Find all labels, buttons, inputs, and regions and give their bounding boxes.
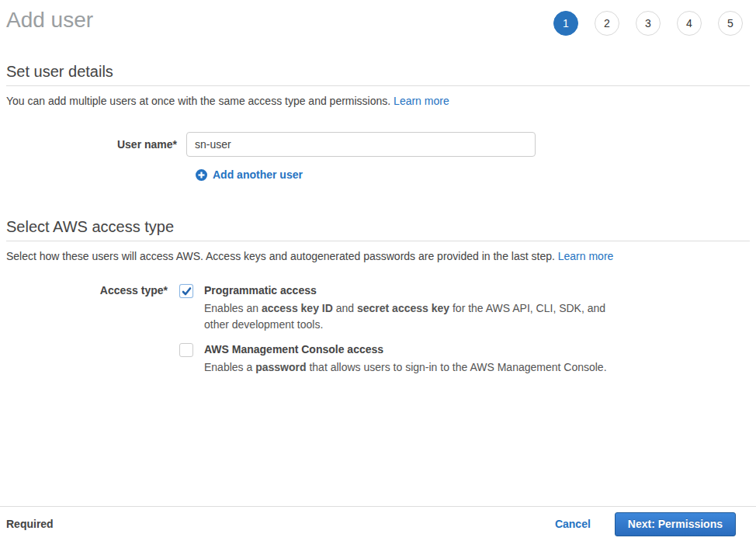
page-title: Add user bbox=[6, 8, 93, 33]
desc-bold: secret access key bbox=[357, 302, 449, 314]
page-header: Add user 1 2 3 4 5 bbox=[6, 0, 750, 36]
desc-text: Enables a bbox=[204, 361, 255, 373]
programmatic-access-desc: Enables an access key ID and secret acce… bbox=[204, 300, 609, 333]
console-access-option: AWS Management Console access Enables a … bbox=[179, 342, 609, 376]
user-details-description: You can add multiple users at once with … bbox=[6, 95, 750, 108]
user-details-learn-more-link[interactable]: Learn more bbox=[394, 95, 449, 107]
set-user-details-section: Set user details You can add multiple us… bbox=[6, 36, 750, 181]
desc-text: that allows users to sign-in to the AWS … bbox=[307, 361, 607, 373]
step-5: 5 bbox=[718, 11, 743, 36]
step-2: 2 bbox=[595, 11, 619, 36]
access-type-learn-more-link[interactable]: Learn more bbox=[558, 250, 614, 262]
user-name-input[interactable] bbox=[186, 132, 536, 157]
select-access-type-heading: Select AWS access type bbox=[6, 181, 750, 241]
access-type-options: Programmatic access Enables an access ke… bbox=[179, 283, 609, 385]
required-label: Required bbox=[6, 518, 54, 530]
step-indicator: 1 2 3 4 5 bbox=[553, 11, 750, 36]
access-type-label: Access type* bbox=[6, 283, 179, 298]
step-1: 1 bbox=[553, 11, 578, 36]
user-name-label: User name* bbox=[6, 138, 186, 151]
wizard-footer: *Required Cancel Next: Permissions bbox=[0, 506, 756, 541]
required-note: *Required bbox=[6, 518, 54, 530]
programmatic-access-option: Programmatic access Enables an access ke… bbox=[179, 283, 609, 333]
console-access-checkbox[interactable] bbox=[179, 343, 193, 357]
step-4: 4 bbox=[677, 11, 702, 36]
console-access-title: AWS Management Console access bbox=[204, 342, 607, 357]
step-3: 3 bbox=[636, 11, 661, 36]
set-user-details-heading: Set user details bbox=[6, 36, 750, 86]
cancel-button[interactable]: Cancel bbox=[555, 518, 591, 530]
console-access-desc: Enables a password that allows users to … bbox=[204, 359, 607, 376]
footer-actions: Cancel Next: Permissions bbox=[555, 512, 736, 536]
desc-text: Enables an bbox=[204, 302, 262, 314]
add-user-page: Add user 1 2 3 4 5 Set user details You … bbox=[0, 0, 756, 385]
next-permissions-button[interactable]: Next: Permissions bbox=[615, 512, 736, 536]
desc-bold: access key ID bbox=[262, 302, 333, 314]
checkmark-icon bbox=[182, 286, 192, 297]
desc-text: and bbox=[333, 302, 357, 314]
programmatic-access-checkbox[interactable] bbox=[179, 284, 193, 298]
select-access-type-section: Select AWS access type Select how these … bbox=[6, 181, 750, 385]
programmatic-access-text: Programmatic access Enables an access ke… bbox=[204, 283, 609, 333]
programmatic-access-title: Programmatic access bbox=[204, 283, 609, 298]
access-type-description: Select how these users will access AWS. … bbox=[6, 250, 750, 263]
add-another-user-link[interactable]: Add another user bbox=[213, 168, 303, 181]
access-type-row: Access type* Programmatic access Enables… bbox=[6, 283, 750, 385]
console-access-text: AWS Management Console access Enables a … bbox=[204, 342, 607, 376]
add-another-user-row[interactable]: Add another user bbox=[196, 168, 750, 181]
access-type-description-text: Select how these users will access AWS. … bbox=[6, 250, 555, 262]
desc-bold: password bbox=[255, 361, 306, 373]
user-name-row: User name* bbox=[6, 132, 750, 157]
plus-circle-icon bbox=[196, 169, 207, 181]
user-details-description-text: You can add multiple users at once with … bbox=[6, 95, 390, 107]
